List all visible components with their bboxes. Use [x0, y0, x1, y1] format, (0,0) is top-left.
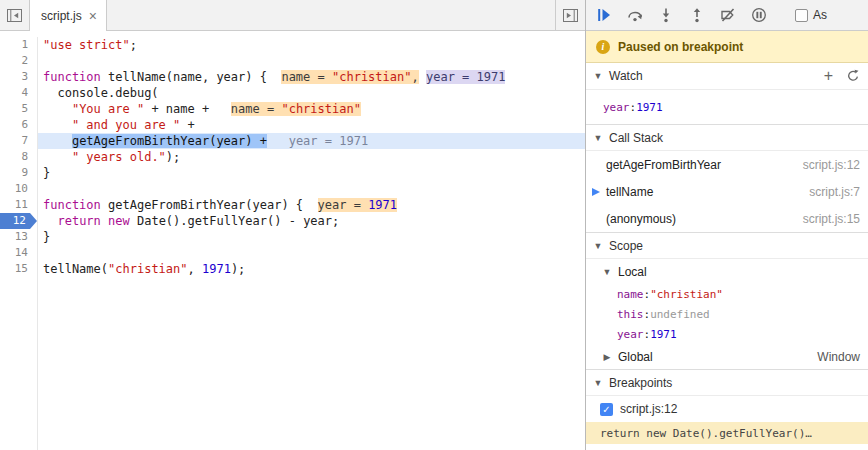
line-number-4[interactable]: 4	[0, 85, 37, 101]
code-line-14	[43, 245, 585, 261]
show-drawer-button[interactable]	[555, 0, 585, 31]
step-into-button[interactable]	[657, 6, 675, 24]
step-over-icon	[627, 7, 643, 23]
tab-close-icon[interactable]: ×	[89, 9, 97, 23]
add-watch-expression-button[interactable]: +	[824, 68, 833, 84]
scope-group-global[interactable]: ▶GlobalWindow	[586, 344, 868, 369]
frame-location: script.js:15	[803, 212, 860, 226]
code-line-4: console.debug(	[43, 85, 585, 101]
breakpoint-location: script.js:12	[620, 402, 677, 416]
code-line-5: "You are " + name + name = "christian"	[43, 101, 585, 117]
tab-title: script.js	[41, 9, 82, 23]
pause-on-exceptions-button[interactable]	[750, 6, 768, 24]
tab-script-js[interactable]: script.js ×	[30, 0, 107, 31]
line-number-5[interactable]: 5	[0, 101, 37, 117]
async-checkbox-group[interactable]: As	[795, 8, 827, 22]
scope-section-header[interactable]: ▼ Scope	[586, 232, 868, 259]
scope-group-value: Window	[817, 350, 860, 364]
breakpoint-marker[interactable]: 12	[0, 213, 37, 229]
pause-on-exceptions-icon	[751, 7, 767, 23]
line-number-15[interactable]: 15	[0, 261, 37, 277]
variable-value: "christian"	[650, 288, 723, 301]
variable-name: year	[617, 328, 644, 341]
line-number-1[interactable]: 1	[0, 37, 37, 53]
editor-pane: script.js × 123456789101112131415 "use s…	[0, 0, 586, 450]
current-frame-arrow-icon	[592, 188, 600, 196]
show-navigator-button[interactable]	[0, 0, 30, 31]
code-line-12: return new Date().getFullYear() - year;	[43, 213, 585, 229]
code-area[interactable]: "use strict";function tellName(name, yea…	[38, 37, 585, 450]
scope-section-title: Scope	[609, 239, 643, 253]
variable-value: 1971	[650, 328, 677, 341]
scope-list: ▼Localname: "christian"this: undefinedye…	[586, 259, 868, 369]
triangle-expanded-icon: ▼	[602, 267, 612, 277]
code-line-7: getAgeFromBirthYear(year) + year = 1971	[38, 133, 585, 149]
scope-group-label: Global	[618, 350, 653, 364]
devtools-sources-panel: script.js × 123456789101112131415 "use s…	[0, 0, 868, 450]
breakpoints-section-header[interactable]: ▼ Breakpoints	[586, 369, 868, 396]
code-line-15: tellName("christian", 1971);	[43, 261, 585, 277]
variable-name: this	[617, 308, 644, 321]
resume-button[interactable]	[595, 6, 613, 24]
deactivate-breakpoints-button[interactable]	[719, 6, 737, 24]
refresh-watch-button[interactable]	[846, 69, 860, 83]
gutter[interactable]: 123456789101112131415	[0, 37, 38, 450]
step-out-icon	[689, 7, 705, 23]
info-icon: i	[596, 40, 610, 54]
callstack-frame[interactable]: tellNamescript.js:7	[586, 178, 868, 205]
watch-section-title: Watch	[609, 69, 643, 83]
watch-header-actions: +	[824, 68, 860, 84]
breakpoint-checkbox[interactable]: ✓	[600, 403, 613, 416]
line-number-14[interactable]: 14	[0, 245, 37, 261]
scope-group-local[interactable]: ▼Local	[586, 259, 868, 284]
show-drawer-icon	[562, 7, 579, 24]
breakpoint-entry[interactable]: ✓script.js:12	[586, 396, 868, 422]
async-checkbox-label: As	[813, 8, 827, 22]
step-into-icon	[658, 7, 674, 23]
frame-name: tellName	[606, 185, 653, 199]
triangle-expanded-icon: ▼	[593, 241, 603, 251]
code-editor[interactable]: 123456789101112131415 "use strict";funct…	[0, 31, 585, 450]
code-line-1: "use strict";	[43, 37, 585, 53]
debugger-toolbar: As	[586, 0, 868, 31]
line-number-8[interactable]: 8	[0, 149, 37, 165]
line-number-11[interactable]: 11	[0, 197, 37, 213]
step-over-button[interactable]	[626, 6, 644, 24]
line-number-13[interactable]: 13	[0, 229, 37, 245]
breakpoints-list: ✓script.js:12return new Date().getFullYe…	[586, 396, 868, 444]
scope-variable: this: undefined	[586, 304, 868, 324]
deactivate-breakpoints-icon	[720, 7, 736, 23]
line-number-6[interactable]: 6	[0, 117, 37, 133]
async-checkbox[interactable]	[795, 9, 808, 22]
triangle-expanded-icon: ▼	[593, 133, 603, 143]
code-line-3: function tellName(name, year) { name = "…	[43, 69, 585, 85]
watch-section-header[interactable]: ▼ Watch +	[586, 63, 868, 90]
scope-variable: name: "christian"	[586, 284, 868, 304]
frame-location: script.js:7	[809, 185, 860, 199]
callstack-section-header[interactable]: ▼ Call Stack	[586, 124, 868, 151]
code-line-8: " years old.");	[43, 149, 585, 165]
line-number-2[interactable]: 2	[0, 53, 37, 69]
line-number-7[interactable]: 7	[0, 133, 37, 149]
triangle-expanded-icon: ▼	[593, 71, 603, 81]
breakpoint-code-snippet[interactable]: return new Date().getFullYear()…	[586, 422, 868, 444]
line-number-3[interactable]: 3	[0, 69, 37, 85]
variable-name: name	[617, 288, 644, 301]
watch-item[interactable]: year: 1971	[586, 90, 868, 124]
watch-list: year: 1971	[586, 90, 868, 124]
code-line-6: " and you are " +	[43, 117, 585, 133]
scope-variable: year: 1971	[586, 324, 868, 344]
code-line-9: }	[43, 165, 585, 181]
triangle-collapsed-icon: ▶	[602, 352, 612, 362]
line-number-10[interactable]: 10	[0, 181, 37, 197]
callstack-section-title: Call Stack	[609, 131, 663, 145]
paused-banner: i Paused on breakpoint	[586, 31, 868, 63]
editor-tab-bar: script.js ×	[0, 0, 585, 31]
callstack-frame[interactable]: (anonymous)script.js:15	[586, 205, 868, 232]
refresh-icon	[846, 69, 860, 83]
step-out-button[interactable]	[688, 6, 706, 24]
watch-name: year	[603, 101, 630, 114]
breakpoints-section-title: Breakpoints	[609, 376, 672, 390]
line-number-9[interactable]: 9	[0, 165, 37, 181]
callstack-frame[interactable]: getAgeFromBirthYearscript.js:12	[586, 151, 868, 178]
